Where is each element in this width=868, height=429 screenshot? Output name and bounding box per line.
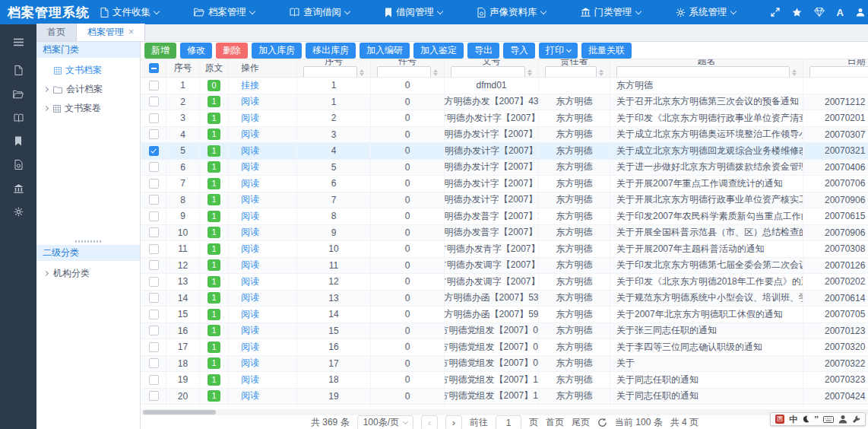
加入编研-button[interactable]: 加入编研 [360,43,410,59]
table-row[interactable]: 21阅读10东方明德办发【2007】43号东方明德关于召开北京东方明德第三次会议… [141,94,868,111]
table-row[interactable]: 131阅读120东方明德办发调字【2007】5号东方明德关于印发《北京东方明德2… [141,274,868,291]
scrollbar-thumb[interactable] [143,410,216,415]
加入库房-button[interactable]: 加入库房 [252,43,302,59]
table-row[interactable]: 201阅读190东方明德党组发【2007】16号东方明德关于同志任职的通知200… [141,389,868,405]
punctuation-icon[interactable]: ’’ [814,415,819,424]
row-checkbox[interactable] [149,391,159,401]
person-icon[interactable] [838,415,847,424]
导入-button[interactable]: 导入 [503,43,535,59]
row-checkbox[interactable] [149,129,159,139]
chevron-right-icon[interactable] [43,106,49,111]
table-row[interactable]: 121阅读110东方明德办发调字【2007】3号东方明德关于印发北京东方明德第七… [141,258,868,275]
row-checkbox[interactable] [149,113,159,123]
panel-splitter[interactable] [36,237,140,245]
wrench-icon[interactable] [852,415,860,424]
row-checkbox[interactable] [149,342,159,352]
row-checkbox[interactable] [149,326,159,335]
menu-item-bookmark[interactable]: 借阅管理 [385,6,442,19]
operation-link[interactable]: 阅读 [241,324,259,337]
sidebar-item-query-borrow[interactable] [0,106,36,129]
row-checkbox[interactable] [149,146,159,156]
operation-link[interactable]: 阅读 [241,226,259,239]
filter-input-item[interactable] [377,66,431,77]
table-row[interactable]: 211阅读200东方明德党组发【2007】18号东方明德关于陈三同志任职的通知2… [141,405,868,407]
horizontal-scrollbar[interactable] [141,409,868,415]
operation-link[interactable]: 阅读 [241,259,259,272]
gem-icon[interactable] [814,8,825,17]
chevron-right-icon[interactable] [43,87,49,92]
goto-page-input[interactable] [496,415,521,429]
table-row[interactable]: 81阅读70东方明德办发计字【2007】33号东方明德关于开展北京东方明德行政事… [141,192,868,209]
operation-link[interactable]: 阅读 [241,193,259,206]
table-row[interactable]: 71阅读60东方明德办发计字【2007】27号东方明德关于开展2007年重点工作… [141,176,868,192]
sort-carets-icon[interactable] [792,69,797,76]
ime-lang-icon[interactable]: 中 [789,415,797,424]
tree-item-文书案卷[interactable]: 文书案卷 [36,99,140,118]
sidebar-item-media-library[interactable] [0,153,36,176]
table-row[interactable]: 101阅读90东方明德办发普字【2007】32号东方明德关于开展全国科普示范县（… [141,225,868,242]
operation-link[interactable]: 阅读 [241,95,259,108]
table-row[interactable]: 31阅读20东方明德办发计字【2007】4号东方明德关于印发《北京东方明德行政事… [141,110,868,127]
operation-link[interactable]: 阅读 [241,112,259,125]
row-checkbox[interactable] [149,195,159,205]
moon-icon[interactable] [802,415,809,423]
operation-link[interactable]: 阅读 [241,406,259,407]
row-checkbox[interactable] [149,244,159,254]
menu-item-gears[interactable]: 系统管理 [676,6,736,19]
operation-link[interactable]: 阅读 [241,291,259,304]
keyboard-icon[interactable] [823,416,834,423]
operation-link[interactable]: 阅读 [241,308,259,321]
prev-page-button[interactable]: ‹ [421,415,438,429]
operation-link[interactable]: 阅读 [241,389,259,402]
row-checkbox[interactable] [149,293,159,303]
filter-input-title[interactable] [616,66,790,77]
table-row[interactable]: 151阅读140东方明德办函【2007】59号东方明德关于2007年北京东方明德… [141,307,868,323]
row-checkbox[interactable] [149,310,159,319]
table-row[interactable]: 41阅读30东方明德办发计字【2007】10号东方明德关于成立北京东方明德奥运环… [141,127,868,144]
operation-link[interactable]: 阅读 [241,145,259,157]
ime-logo-icon[interactable]: 国 [775,415,784,424]
sidebar-item-file-collect[interactable] [0,59,36,82]
operation-link[interactable]: 阅读 [241,210,259,223]
select-all-checkbox[interactable] [149,63,159,73]
删除-button[interactable]: 删除 [216,43,248,59]
menu-item-book[interactable]: 查询借阅 [290,6,350,19]
sidebar-item-category-manage[interactable] [0,176,36,200]
menu-item-media[interactable]: 声像资料库 [477,6,546,19]
sidebar-item-system-manage[interactable] [0,200,36,224]
加入鉴定-button[interactable]: 加入鉴定 [413,43,464,59]
批量关联-button[interactable]: 批量关联 [581,43,632,59]
operation-link[interactable]: 阅读 [241,243,259,256]
tree-item-文书档案[interactable]: 文书档案 [36,61,140,80]
filter-input-seq[interactable] [303,66,357,77]
sidebar-item-borrow-manage[interactable] [0,129,36,153]
tab-档案管理[interactable]: 档案管理× [77,24,145,41]
next-page-button[interactable]: › [445,415,462,429]
sort-carets-icon[interactable] [599,69,603,76]
tree-item-会计档案[interactable]: 会计档案 [36,80,140,99]
page-size-select[interactable]: 100条/页 [357,415,413,429]
row-checkbox[interactable] [149,277,159,287]
table-row[interactable]: 51阅读40东方明德办发计字【2007】11号东方明德关于成立北京东方明德回龙观… [141,143,868,160]
chevron-right-icon[interactable] [43,271,49,276]
table-row[interactable]: 181阅读170东方明德党组发【2007】09号东方明德关于20070322 [141,356,868,373]
table-row[interactable]: 111阅读100东方明德办发青字【2007】8号东方明德关于开展2007年主题科… [141,241,868,258]
row-checkbox[interactable] [149,358,159,368]
打印-button[interactable]: 打印 [539,43,578,59]
table-row[interactable]: 161阅读150东方明德党组发【2007】02号东方明德关于张三同志任职的通知2… [141,323,868,340]
close-icon[interactable]: × [128,27,134,37]
sort-carets-icon[interactable] [527,69,532,76]
sidebar-item-archive-manage[interactable] [0,82,36,106]
tree-item-机构分类[interactable]: 机构分类 [36,264,140,283]
user-icon[interactable] [856,8,865,17]
last-page-link[interactable]: 尾页 [572,416,590,429]
table-row[interactable]: 91阅读80东方明德办发普字【2007】25号东方明德关于印发2007年农民科学… [141,208,868,225]
移出库房-button[interactable]: 移出库房 [306,43,356,59]
menu-item-folder[interactable]: 档案管理 [194,6,255,19]
operation-link[interactable]: 阅读 [241,128,259,141]
row-checkbox[interactable] [149,211,159,221]
favorite-star-icon[interactable] [792,8,802,17]
sort-carets-icon[interactable] [433,69,438,76]
menu-item-bank[interactable]: 门类管理 [581,6,641,19]
row-checkbox[interactable] [149,97,159,106]
